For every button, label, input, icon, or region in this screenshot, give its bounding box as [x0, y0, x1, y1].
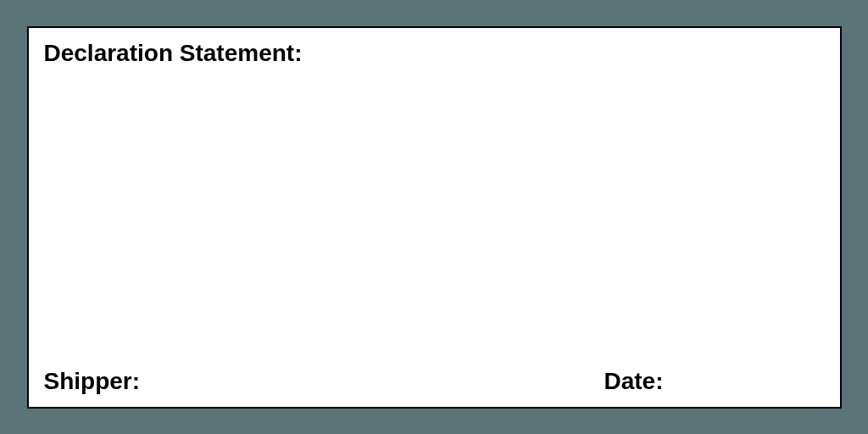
shipper-label: Shipper: — [44, 368, 141, 395]
declaration-statement-label: Declaration Statement: — [44, 40, 825, 67]
bottom-row: Shipper: Date: — [44, 368, 825, 395]
date-label: Date: — [604, 368, 663, 395]
declaration-form-box: Declaration Statement: Shipper: Date: — [27, 26, 842, 409]
